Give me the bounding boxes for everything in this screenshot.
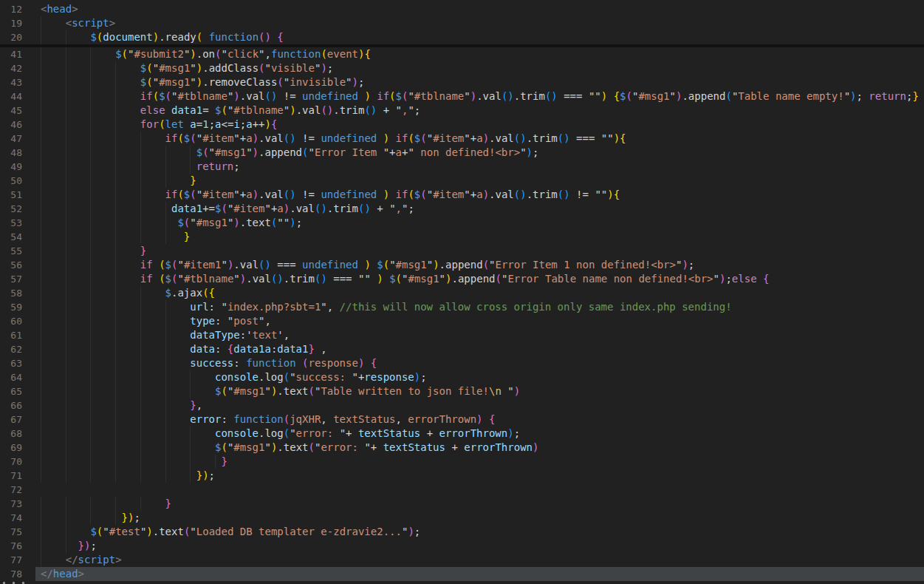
code-line-text: <head> bbox=[35, 2, 924, 16]
code-line[interactable]: 55} bbox=[0, 244, 924, 258]
line-number: 49 bbox=[0, 160, 35, 174]
code-line[interactable]: 68console.log("error: "+ textStatus + er… bbox=[0, 427, 924, 441]
code-line[interactable]: 45else data1= $("#tblname").val().trim()… bbox=[0, 103, 924, 118]
code-line[interactable]: 66}, bbox=[0, 398, 924, 412]
code-line-text[interactable]: $("#msg1").text(""); bbox=[35, 216, 924, 230]
code-line[interactable]: 64console.log("success: "+response); bbox=[0, 370, 924, 384]
line-number: 42 bbox=[0, 61, 35, 75]
code-line-text[interactable]: data1+=$("#item"+a).val().trim() + ","; bbox=[35, 202, 924, 216]
code-line-text[interactable]: console.log("success: "+response); bbox=[35, 370, 924, 384]
code-line-text[interactable]: url: "index.php?sbt=1", //this will now … bbox=[35, 300, 924, 314]
code-line-text[interactable]: } bbox=[35, 497, 924, 511]
indent-guides bbox=[41, 427, 215, 441]
code-line-text[interactable]: type: "post", bbox=[35, 314, 924, 328]
code-line[interactable]: 44if($("#tblname").val() != undefined ) … bbox=[0, 89, 924, 103]
code-line[interactable]: 46for(let a=1;a<=i;a++){ bbox=[0, 118, 924, 132]
code-line-text[interactable]: $("#msg1").removeClass("invisible"); bbox=[35, 75, 924, 89]
sticky-scroll-header: 12<head>19<script>20$(document).ready( f… bbox=[0, 0, 924, 47]
code-line[interactable]: 50} bbox=[0, 174, 924, 188]
code-line-text[interactable]: }, bbox=[35, 398, 924, 412]
code-line[interactable]: 48$("#msg1").append("Error Item "+a+" no… bbox=[0, 146, 924, 160]
code-line-text[interactable]: } bbox=[35, 174, 924, 188]
code-line-text[interactable]: dataType:'text', bbox=[35, 328, 924, 342]
code-line[interactable]: 73} bbox=[0, 497, 924, 511]
line-number: 58 bbox=[0, 286, 35, 300]
code-line[interactable]: 63success: function (response) { bbox=[0, 356, 924, 370]
code-line-text[interactable]: } bbox=[35, 455, 924, 469]
line-number: 66 bbox=[0, 398, 35, 412]
code-line-text[interactable]: for(let a=1;a<=i;a++){ bbox=[35, 118, 924, 132]
indent-guides bbox=[41, 230, 184, 244]
code-line-text[interactable]: $("#msg1").text("error: "+ textStatus + … bbox=[35, 441, 924, 455]
line-number: 69 bbox=[0, 441, 35, 455]
line-number: 75 bbox=[0, 525, 35, 539]
code-line[interactable]: 62data: {data1a:data1} , bbox=[0, 342, 924, 356]
code-body[interactable]: 41$("#submit2").on("click",function(even… bbox=[0, 47, 924, 581]
indent-guides bbox=[41, 384, 215, 398]
code-line[interactable]: 52data1+=$("#item"+a).val().trim() + ","… bbox=[0, 202, 924, 216]
code-line-text[interactable]: if($("#tblname").val() != undefined ) if… bbox=[35, 89, 924, 103]
code-line-text[interactable]: if ($("#item1").val() === undefined ) $(… bbox=[35, 258, 924, 272]
code-line[interactable]: 69$("#msg1").text("error: "+ textStatus … bbox=[0, 441, 924, 455]
indent-guides bbox=[41, 469, 196, 483]
indent-guides bbox=[41, 314, 190, 328]
code-line-text[interactable]: if($("#item"+a).val() != undefined ) if(… bbox=[35, 188, 924, 202]
current-code-line[interactable]: 78</head> bbox=[0, 567, 924, 581]
code-line-text[interactable]: </head> bbox=[35, 567, 924, 581]
code-line-text[interactable]: console.log("error: "+ textStatus + erro… bbox=[35, 427, 924, 441]
code-line[interactable]: 58$.ajax({ bbox=[0, 286, 924, 300]
code-line-text[interactable]: } bbox=[35, 244, 924, 258]
line-number: 53 bbox=[0, 216, 35, 230]
code-line-text[interactable]: else data1= $("#tblname").val().trim() +… bbox=[35, 103, 924, 118]
code-line-text[interactable]: if($("#item"+a).val() != undefined ) if(… bbox=[35, 132, 924, 146]
code-line-text[interactable]: $("#msg1").addClass("visible"); bbox=[35, 61, 924, 75]
code-line[interactable]: 70} bbox=[0, 455, 924, 469]
indent-guides bbox=[41, 174, 190, 188]
code-line-text[interactable]: data: {data1a:data1} , bbox=[35, 342, 924, 356]
code-line-text[interactable]: }); bbox=[35, 469, 924, 483]
code-line[interactable]: 75$("#test").text("Loaded DB templater e… bbox=[0, 525, 924, 539]
line-number: 12 bbox=[0, 2, 35, 16]
code-line-text[interactable]: } bbox=[35, 230, 924, 244]
code-line[interactable]: 65$("#msg1").text("Table written to json… bbox=[0, 384, 924, 398]
code-line-text[interactable]: if ($("#tblname").val().trim() === "" ) … bbox=[35, 272, 924, 286]
code-line[interactable]: 53$("#msg1").text(""); bbox=[0, 216, 924, 230]
code-line-text[interactable]: $("#test").text("Loaded DB templater e-z… bbox=[35, 525, 924, 539]
code-line[interactable]: 67error: function(jqXHR, textStatus, err… bbox=[0, 412, 924, 427]
code-line[interactable]: 54} bbox=[0, 230, 924, 244]
code-line-text[interactable]: $("#msg1").append("Error Item "+a+" non … bbox=[35, 146, 924, 160]
code-line[interactable]: 43$("#msg1").removeClass("invisible"); bbox=[0, 75, 924, 89]
code-line-text[interactable]: }); bbox=[35, 539, 924, 553]
code-line[interactable]: 71}); bbox=[0, 469, 924, 483]
code-line[interactable]: 51if($("#item"+a).val() != undefined ) i… bbox=[0, 188, 924, 202]
code-line[interactable]: 74}); bbox=[0, 511, 924, 525]
line-number: 51 bbox=[0, 188, 35, 202]
code-line[interactable]: 59url: "index.php?sbt=1", //this will no… bbox=[0, 300, 924, 314]
code-line-text[interactable]: error: function(jqXHR, textStatus, error… bbox=[35, 412, 924, 427]
code-line-text[interactable]: success: function (response) { bbox=[35, 356, 924, 370]
code-line[interactable]: 47if($("#item"+a).val() != undefined ) i… bbox=[0, 132, 924, 146]
code-line-text[interactable]: return; bbox=[35, 160, 924, 174]
code-line-text[interactable]: }); bbox=[35, 511, 924, 525]
code-line-text[interactable]: $("#msg1").text("Table written to json f… bbox=[35, 384, 924, 398]
code-line[interactable]: 77</script> bbox=[0, 553, 924, 567]
code-line[interactable]: 60type: "post", bbox=[0, 314, 924, 328]
code-line[interactable]: 42$("#msg1").addClass("visible"); bbox=[0, 61, 924, 75]
code-line[interactable]: 76}); bbox=[0, 539, 924, 553]
line-number: 46 bbox=[0, 118, 35, 132]
line-number: 45 bbox=[0, 103, 35, 118]
line-number: 52 bbox=[0, 202, 35, 216]
code-line-text[interactable]: $("#submit2").on("click",function(event)… bbox=[35, 47, 924, 61]
line-number: 78 bbox=[0, 567, 35, 581]
code-line-text[interactable]: $.ajax({ bbox=[35, 286, 924, 300]
code-line[interactable]: 49return; bbox=[0, 160, 924, 174]
code-line[interactable]: 57if ($("#tblname").val().trim() === "" … bbox=[0, 272, 924, 286]
code-line-text[interactable]: </script> bbox=[35, 553, 924, 567]
code-line[interactable]: 41$("#submit2").on("click",function(even… bbox=[0, 47, 924, 61]
code-line-text[interactable] bbox=[35, 483, 924, 497]
code-line: 19<script> bbox=[0, 16, 924, 30]
line-number: 73 bbox=[0, 497, 35, 511]
code-line[interactable]: 56if ($("#item1").val() === undefined ) … bbox=[0, 258, 924, 272]
code-line[interactable]: 61dataType:'text', bbox=[0, 328, 924, 342]
code-line[interactable]: 72 bbox=[0, 483, 924, 497]
